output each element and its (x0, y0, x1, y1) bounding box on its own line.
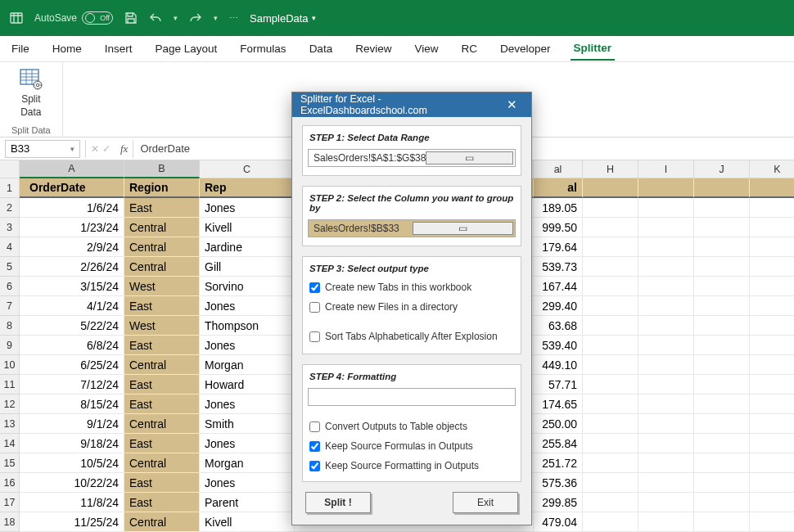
name-box[interactable]: B33 ▾ (5, 140, 80, 158)
header-cell[interactable]: Region (124, 178, 200, 198)
undo-icon[interactable] (149, 11, 162, 25)
qat-overflow-icon[interactable]: ⋯ (229, 13, 238, 24)
menu-item-splitter[interactable]: Splitter (571, 37, 616, 61)
menu-item-review[interactable]: Review (352, 38, 395, 60)
split-data-button[interactable]: Split Data (18, 67, 44, 118)
autosave-toggle[interactable]: AutoSave Off (34, 11, 113, 25)
cell[interactable]: 63.68 (534, 316, 583, 336)
close-icon[interactable]: ✕ (501, 92, 523, 117)
cell[interactable]: 10/22/24 (20, 473, 124, 493)
row-header[interactable]: 17 (0, 493, 20, 512)
ref-picker-icon[interactable]: ▭ (413, 222, 513, 235)
cell[interactable]: Howard (200, 375, 295, 394)
formatting-input[interactable] (308, 388, 516, 406)
row-header[interactable]: 3 (0, 218, 20, 237)
row-header[interactable]: 7 (0, 296, 20, 316)
row-header[interactable]: 10 (0, 355, 20, 375)
chevron-down-icon[interactable]: ▾ (214, 14, 218, 22)
cell[interactable]: 299.85 (534, 493, 583, 512)
cell[interactable]: 3/15/24 (20, 277, 124, 296)
row-header[interactable]: 8 (0, 316, 20, 336)
cell[interactable]: 2/26/24 (20, 257, 124, 277)
cell[interactable]: 575.36 (534, 473, 583, 493)
cell[interactable]: 479.04 (534, 512, 583, 532)
cell[interactable]: 57.71 (534, 375, 583, 394)
column-header[interactable]: B (124, 160, 200, 178)
row-header[interactable]: 14 (0, 434, 20, 453)
chk-keep-formulas[interactable]: Keep Source Formulas in Outputs (308, 439, 516, 453)
cell[interactable]: Jones (200, 296, 295, 316)
cell[interactable]: 299.40 (534, 296, 583, 316)
cell[interactable]: 251.72 (534, 453, 583, 473)
row-header[interactable]: 4 (0, 237, 20, 257)
row-header[interactable]: 2 (0, 198, 20, 218)
menu-item-formulas[interactable]: Formulas (237, 38, 289, 60)
cell[interactable]: Kivell (200, 218, 295, 237)
cell[interactable]: 539.73 (534, 257, 583, 277)
cell[interactable]: Central (124, 512, 200, 532)
cell[interactable]: Central (124, 257, 200, 277)
menu-item-home[interactable]: Home (49, 38, 85, 60)
menu-item-insert[interactable]: Insert (102, 38, 136, 60)
row-header[interactable]: 9 (0, 336, 20, 355)
row-header[interactable]: 5 (0, 257, 20, 277)
cell[interactable]: Thompson (200, 316, 295, 336)
cell[interactable]: East (124, 473, 200, 493)
header-cell[interactable]: al (534, 178, 583, 198)
column-header[interactable]: A (20, 160, 124, 178)
cell[interactable]: Central (124, 237, 200, 257)
cell[interactable]: 179.64 (534, 237, 583, 257)
cell[interactable]: 8/15/24 (20, 394, 124, 414)
menu-item-page-layout[interactable]: Page Layout (152, 38, 221, 60)
cell[interactable]: Morgan (200, 355, 295, 375)
menu-item-file[interactable]: File (8, 38, 33, 60)
cell[interactable]: 11/8/24 (20, 493, 124, 512)
cell[interactable]: Kivell (200, 512, 295, 532)
column-header[interactable]: C (200, 160, 295, 178)
cell[interactable]: Morgan (200, 453, 295, 473)
cell[interactable]: 449.10 (534, 355, 583, 375)
chk-new-files[interactable]: Create new Files in a directory (308, 300, 516, 314)
cell[interactable]: East (124, 493, 200, 512)
column-header[interactable]: al (534, 160, 583, 178)
cell[interactable]: 189.05 (534, 198, 583, 218)
menu-item-view[interactable]: View (411, 38, 441, 60)
cell[interactable]: 539.40 (534, 336, 583, 355)
cell[interactable]: Jones (200, 473, 295, 493)
ref-picker-icon[interactable]: ▭ (426, 151, 513, 165)
column-header[interactable]: J (694, 160, 750, 178)
cell[interactable]: Central (124, 453, 200, 473)
cell[interactable]: East (124, 296, 200, 316)
cell[interactable]: West (124, 277, 200, 296)
enter-icon[interactable]: ✓ (102, 143, 111, 155)
cell[interactable]: 5/22/24 (20, 316, 124, 336)
chk-sort-tabs[interactable]: Sort Tabs Alphabetically After Explosion (308, 329, 516, 344)
row-header[interactable]: 1 (0, 178, 20, 198)
cell[interactable]: 2/9/24 (20, 237, 124, 257)
data-range-input[interactable]: SalesOrders!$A$1:$G$38 ▭ (308, 149, 516, 167)
cell[interactable]: 250.00 (534, 414, 583, 434)
cell[interactable]: 9/1/24 (20, 414, 124, 434)
exit-button[interactable]: Exit (453, 492, 518, 513)
cell[interactable]: East (124, 336, 200, 355)
cell[interactable]: Jones (200, 394, 295, 414)
column-header[interactable]: H (583, 160, 638, 178)
cell[interactable]: Central (124, 218, 200, 237)
chk-table-objects[interactable]: Convert Outputs to Table objects (308, 419, 516, 434)
cell[interactable]: Jones (200, 336, 295, 355)
header-cell[interactable]: Rep (200, 178, 295, 198)
cell[interactable]: Central (124, 355, 200, 375)
cell[interactable]: 999.50 (534, 218, 583, 237)
column-header[interactable]: K (750, 160, 794, 178)
cell[interactable]: 6/8/24 (20, 336, 124, 355)
filename[interactable]: SampleData ▾ (250, 12, 316, 25)
cell[interactable]: Parent (200, 493, 295, 512)
cell[interactable]: 1/23/24 (20, 218, 124, 237)
cell[interactable]: Central (124, 414, 200, 434)
cell[interactable]: 9/18/24 (20, 434, 124, 453)
row-header[interactable]: 16 (0, 473, 20, 493)
cell[interactable]: 10/5/24 (20, 453, 124, 473)
chevron-down-icon[interactable]: ▾ (174, 14, 178, 22)
chk-new-tabs[interactable]: Create new Tabs in this workbook (308, 280, 516, 295)
cell[interactable]: Jardine (200, 237, 295, 257)
